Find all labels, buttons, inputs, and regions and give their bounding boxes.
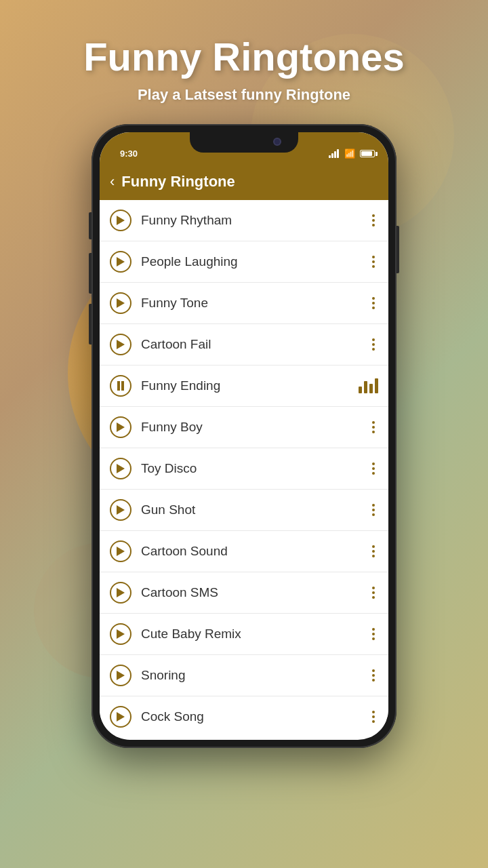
list-item[interactable]: Funny Rhytham — [100, 200, 388, 241]
mute-button — [89, 212, 92, 239]
signal-bar-1 — [329, 155, 331, 158]
play-button[interactable] — [110, 582, 131, 604]
more-dot — [372, 219, 375, 222]
signal-bar-4 — [337, 149, 339, 158]
more-dot — [372, 679, 375, 682]
more-dot — [372, 214, 375, 217]
song-title: Gun Shot — [141, 502, 369, 517]
play-triangle-icon — [117, 216, 125, 225]
svg-marker-0 — [117, 216, 125, 225]
more-dot — [372, 472, 375, 475]
more-options-button[interactable] — [369, 500, 378, 519]
signal-bar-2 — [331, 153, 333, 158]
more-dot — [372, 628, 375, 631]
svg-marker-11 — [117, 629, 125, 639]
more-options-button[interactable] — [369, 542, 378, 561]
song-title: Funny Rhytham — [141, 213, 369, 228]
volume-up-button — [89, 253, 92, 294]
svg-marker-12 — [117, 671, 125, 680]
more-options-button[interactable] — [369, 418, 378, 437]
svg-marker-1 — [117, 257, 125, 267]
play-button[interactable] — [110, 623, 131, 645]
play-triangle-icon — [117, 671, 125, 680]
svg-rect-4 — [117, 381, 120, 391]
more-options-button[interactable] — [369, 583, 378, 602]
more-dot — [372, 555, 375, 557]
app-title: Funny Ringtones — [83, 34, 405, 79]
play-button[interactable] — [110, 210, 131, 231]
svg-marker-7 — [117, 464, 125, 473]
svg-marker-10 — [117, 588, 125, 597]
more-options-button[interactable] — [369, 294, 378, 313]
more-dot — [372, 462, 375, 465]
play-button[interactable] — [110, 458, 131, 479]
more-options-button[interactable] — [369, 252, 378, 271]
more-options-button[interactable] — [369, 211, 378, 230]
more-dot — [372, 224, 375, 226]
list-item[interactable]: Cartoon Sound — [100, 531, 388, 572]
play-triangle-icon — [117, 257, 125, 267]
play-button[interactable] — [110, 334, 131, 355]
more-options-button[interactable] — [369, 666, 378, 685]
more-dot — [372, 591, 375, 594]
more-dot — [372, 431, 375, 433]
play-button[interactable] — [110, 540, 131, 562]
list-item[interactable]: Toy Disco — [100, 448, 388, 490]
play-button[interactable] — [110, 706, 131, 728]
play-button[interactable] — [110, 416, 131, 438]
list-item[interactable]: Funny Tone — [100, 283, 388, 324]
phone-frame: 9:30 📶 ‹ Funny Ringtone — [92, 124, 396, 748]
play-triangle-icon — [117, 298, 125, 308]
more-dot — [372, 669, 375, 672]
song-list: Funny Rhytham People Laughing — [100, 200, 388, 737]
play-button[interactable] — [110, 499, 131, 521]
svg-marker-3 — [117, 340, 125, 349]
list-item[interactable]: Cock Song — [100, 696, 388, 737]
more-dot — [372, 338, 375, 341]
play-triangle-icon — [117, 547, 125, 556]
list-item[interactable]: Snoring — [100, 655, 388, 696]
list-item[interactable]: Funny Boy — [100, 407, 388, 448]
list-item[interactable]: Cartoon SMS — [100, 572, 388, 614]
list-item[interactable]: Cartoon Fail — [100, 324, 388, 366]
battery-icon — [360, 150, 375, 157]
more-dot — [372, 260, 375, 263]
eq-bar-3 — [369, 384, 373, 393]
play-triangle-icon — [117, 464, 125, 473]
more-dot — [372, 265, 375, 268]
phone-screen: 9:30 📶 ‹ Funny Ringtone — [100, 132, 388, 740]
more-dot — [372, 426, 375, 429]
svg-marker-8 — [117, 505, 125, 515]
play-button[interactable] — [110, 665, 131, 686]
list-item[interactable]: Gun Shot — [100, 490, 388, 531]
more-dot — [372, 715, 375, 718]
notch — [190, 132, 298, 153]
wifi-icon: 📶 — [344, 149, 355, 159]
svg-rect-5 — [121, 381, 124, 391]
list-item[interactable]: People Laughing — [100, 241, 388, 283]
more-options-button[interactable] — [369, 459, 378, 478]
volume-down-button — [89, 304, 92, 344]
more-options-button[interactable] — [369, 707, 378, 726]
play-button[interactable] — [110, 251, 131, 273]
more-dot — [372, 596, 375, 599]
list-item[interactable]: Cute Baby Remix — [100, 614, 388, 655]
more-dot — [372, 348, 375, 351]
back-button[interactable]: ‹ — [110, 173, 115, 191]
play-button[interactable] — [110, 292, 131, 314]
more-options-button[interactable] — [369, 335, 378, 354]
battery-fill — [361, 151, 372, 156]
svg-marker-13 — [117, 712, 125, 722]
song-title: Funny Tone — [141, 296, 369, 311]
list-item-active[interactable]: Funny Ending — [100, 366, 388, 407]
more-dot — [372, 513, 375, 516]
play-triangle-icon — [117, 588, 125, 597]
more-dot — [372, 297, 375, 300]
more-dot — [372, 504, 375, 507]
more-options-button[interactable] — [369, 625, 378, 644]
more-dot — [372, 421, 375, 424]
song-title: People Laughing — [141, 254, 369, 269]
app-subtitle: Play a Latsest funny Ringtone — [138, 86, 350, 104]
pause-button[interactable] — [110, 375, 131, 397]
camera — [273, 138, 281, 146]
